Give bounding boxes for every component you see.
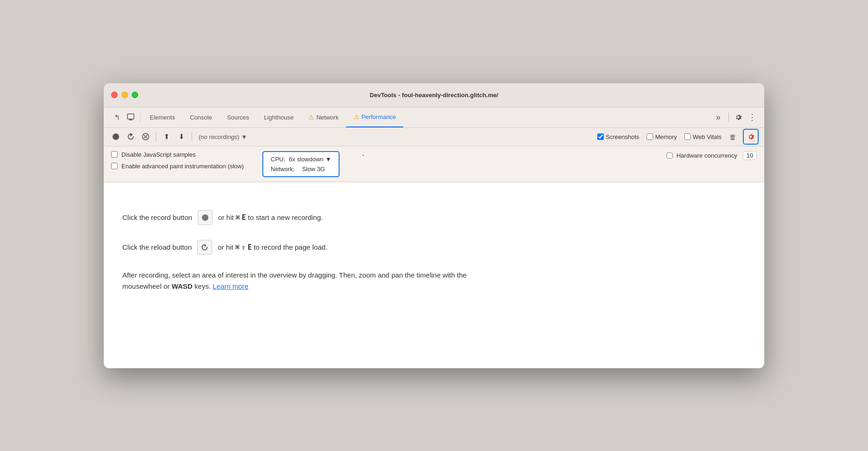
reload-button[interactable] bbox=[124, 130, 137, 143]
network-row: Network: Slow 3G bbox=[271, 166, 331, 172]
disable-js-checkbox[interactable] bbox=[111, 151, 118, 158]
svg-marker-9 bbox=[205, 244, 207, 247]
toolbar-divider-2 bbox=[192, 132, 192, 141]
hw-concurrency-row: Hardware concurrency bbox=[667, 152, 737, 159]
tab-sources[interactable]: Sources bbox=[220, 107, 257, 127]
instruction1-pre: Click the record button bbox=[122, 213, 192, 221]
tab-elements[interactable]: Elements bbox=[142, 107, 182, 127]
reload-icon-inline bbox=[197, 240, 212, 255]
dropdown-arrow-icon: ▼ bbox=[241, 133, 247, 140]
cpu-dropdown-arrow: ▼ bbox=[326, 156, 332, 163]
instruction-row-1: Click the record button or hit ⌘ E to st… bbox=[122, 210, 323, 225]
clear-button[interactable]: 🗑 bbox=[726, 130, 739, 143]
instruction1-post: or hit ⌘ E to start a new recording. bbox=[218, 213, 323, 222]
close-button[interactable] bbox=[111, 92, 118, 98]
traffic-lights bbox=[111, 92, 138, 98]
devtools-cursor-icons: ↰ bbox=[107, 112, 140, 123]
hw-concurrency-label: Hardware concurrency bbox=[676, 152, 737, 159]
tabs-right-controls: » ⋮ bbox=[712, 111, 761, 124]
cursor-icon[interactable]: ↰ bbox=[111, 112, 122, 123]
tab-network[interactable]: ⚠ Network bbox=[301, 107, 346, 127]
record-button[interactable] bbox=[109, 130, 122, 143]
more-tabs-button[interactable]: » bbox=[712, 111, 725, 124]
memory-checkbox-group: Memory bbox=[647, 133, 677, 140]
devtools-window: DevTools - foul-heavenly-direction.glitc… bbox=[104, 83, 764, 368]
hw-concurrency-value: 10 bbox=[743, 151, 757, 160]
inspect-icon[interactable] bbox=[125, 112, 136, 123]
disable-js-row: Disable JavaScript samples bbox=[111, 151, 244, 158]
record-icon-inline bbox=[198, 210, 213, 225]
settings-right-column: Hardware concurrency 10 bbox=[667, 151, 757, 160]
instruction2-post: or hit ⌘ ⇧ E to record the page load. bbox=[218, 243, 327, 252]
recordings-dropdown[interactable]: (no recordings) ▼ bbox=[196, 133, 250, 141]
download-button[interactable]: ⬇ bbox=[175, 130, 188, 143]
cpu-network-throttle-box: CPU: 6x slowdown ▼ Network: Slow 3G bbox=[262, 151, 340, 177]
capture-settings-button[interactable] bbox=[743, 129, 759, 145]
web-vitals-checkbox-group: Web Vitals bbox=[684, 133, 721, 140]
settings-left-column: Disable JavaScript samples Enable advanc… bbox=[111, 151, 244, 170]
toolbar-divider-1 bbox=[156, 132, 156, 141]
settings-panel: Disable JavaScript samples Enable advanc… bbox=[104, 146, 764, 182]
svg-rect-0 bbox=[127, 114, 134, 119]
svg-marker-4 bbox=[131, 133, 132, 136]
description-text: After recording, select an area of inter… bbox=[122, 270, 485, 292]
learn-more-link[interactable]: Learn more bbox=[213, 282, 248, 290]
cpu-throttle-value: 6x slowdown bbox=[289, 156, 323, 163]
window-title: DevTools - foul-heavenly-direction.glitc… bbox=[370, 92, 498, 99]
main-content: Click the record button or hit ⌘ E to st… bbox=[104, 182, 764, 368]
enable-paint-checkbox[interactable] bbox=[111, 163, 118, 169]
settings-gear-icon[interactable] bbox=[733, 112, 744, 123]
instruction2-pre: Click the reload button bbox=[122, 243, 192, 251]
enable-paint-label: Enable advanced paint instrumentation (s… bbox=[121, 163, 244, 170]
kebab-menu-icon[interactable]: ⋮ bbox=[746, 111, 759, 124]
title-bar: DevTools - foul-heavenly-direction.glitc… bbox=[104, 83, 764, 107]
hw-concurrency-checkbox[interactable] bbox=[667, 153, 673, 159]
cpu-throttle-dropdown[interactable]: 6x slowdown ▼ bbox=[289, 156, 331, 163]
enable-paint-row: Enable advanced paint instrumentation (s… bbox=[111, 163, 244, 170]
minimize-button[interactable] bbox=[121, 92, 128, 98]
disable-js-label: Disable JavaScript samples bbox=[121, 151, 196, 158]
cpu-row: CPU: 6x slowdown ▼ bbox=[271, 156, 331, 163]
maximize-button[interactable] bbox=[132, 92, 138, 98]
memory-label: Memory bbox=[655, 133, 677, 140]
tabs-bar: ↰ Elements Console Sources Lighthouse ⚠ … bbox=[104, 107, 764, 128]
web-vitals-checkbox[interactable] bbox=[684, 133, 691, 140]
web-vitals-label: Web Vitals bbox=[693, 133, 721, 140]
settings-dot-separator: · bbox=[362, 151, 364, 159]
network-throttle-value: Slow 3G bbox=[302, 166, 325, 172]
performance-warning-icon: ⚠ bbox=[354, 113, 360, 120]
network-warning-icon: ⚠ bbox=[308, 113, 314, 121]
network-label: Network: bbox=[271, 166, 294, 172]
cpu-label: CPU: bbox=[271, 156, 285, 163]
stop-button[interactable] bbox=[139, 130, 152, 143]
tab-lighthouse[interactable]: Lighthouse bbox=[257, 107, 301, 127]
tab-console[interactable]: Console bbox=[182, 107, 220, 127]
memory-checkbox[interactable] bbox=[647, 133, 653, 140]
svg-point-8 bbox=[202, 214, 208, 221]
screenshots-label: Screenshots bbox=[606, 133, 639, 140]
instruction-row-2: Click the reload button or hit ⌘ ⇧ E to … bbox=[122, 240, 327, 255]
divider bbox=[728, 113, 729, 122]
upload-button[interactable]: ⬆ bbox=[160, 130, 173, 143]
screenshots-checkbox[interactable] bbox=[597, 133, 604, 140]
performance-toolbar: ⬆ ⬇ (no recordings) ▼ Screenshots Memory… bbox=[104, 128, 764, 146]
screenshots-checkbox-group: Screenshots bbox=[597, 133, 639, 140]
svg-point-3 bbox=[113, 133, 119, 140]
tab-performance[interactable]: ⚠ Performance bbox=[346, 107, 403, 127]
